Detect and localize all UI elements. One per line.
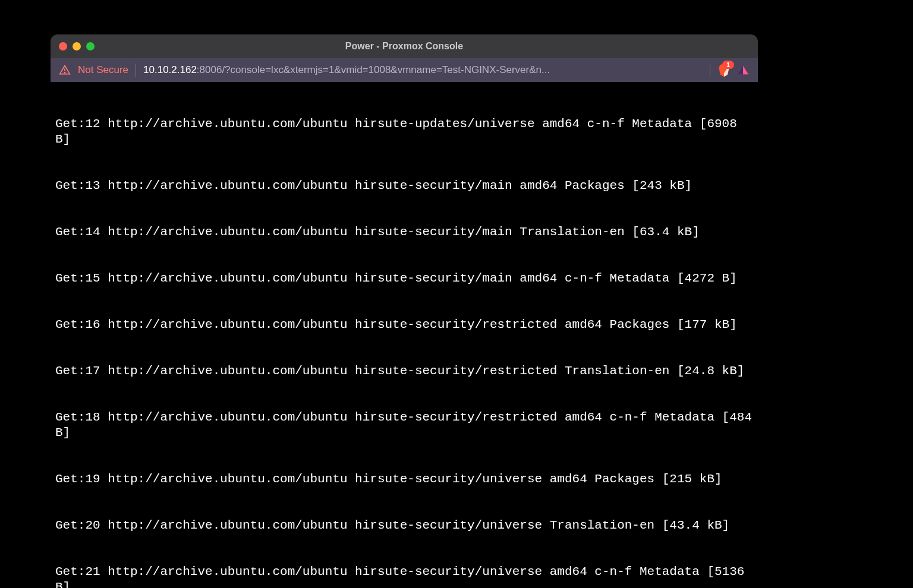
window-titlebar: Power - Proxmox Console bbox=[51, 34, 758, 58]
terminal-line: Get:21 http://archive.ubuntu.com/ubuntu … bbox=[55, 564, 753, 588]
url-path: :8006/?console=lxc&xtermjs=1&vmid=1008&v… bbox=[197, 64, 550, 75]
addressbar-divider-right bbox=[710, 64, 710, 77]
shield-badge: 1 bbox=[722, 61, 734, 69]
minimize-button[interactable] bbox=[73, 42, 81, 50]
not-secure-label[interactable]: Not Secure bbox=[78, 64, 128, 76]
terminal-line: Get:14 http://archive.ubuntu.com/ubuntu … bbox=[55, 225, 753, 240]
extension-triangle-icon[interactable] bbox=[736, 64, 750, 77]
address-bar: Not Secure 10.10.2.162:8006/?console=lxc… bbox=[51, 58, 758, 82]
terminal-line: Get:17 http://archive.ubuntu.com/ubuntu … bbox=[55, 363, 753, 379]
warning-icon bbox=[59, 64, 71, 76]
terminal-output[interactable]: Get:12 http://archive.ubuntu.com/ubuntu … bbox=[51, 82, 758, 588]
extension-icons: 1 bbox=[717, 63, 750, 77]
close-button[interactable] bbox=[59, 42, 67, 50]
maximize-button[interactable] bbox=[86, 42, 95, 50]
brave-shield-icon[interactable]: 1 bbox=[717, 63, 731, 77]
terminal-line: Get:19 http://archive.ubuntu.com/ubuntu … bbox=[55, 472, 753, 487]
url-display[interactable]: 10.10.2.162:8006/?console=lxc&xtermjs=1&… bbox=[143, 64, 703, 76]
svg-point-1 bbox=[64, 72, 65, 73]
terminal-line: Get:20 http://archive.ubuntu.com/ubuntu … bbox=[55, 518, 753, 533]
terminal-line: Get:12 http://archive.ubuntu.com/ubuntu … bbox=[55, 116, 753, 147]
browser-window: Power - Proxmox Console Not Secure 10.10… bbox=[51, 34, 758, 588]
traffic-lights bbox=[59, 42, 95, 50]
terminal-line: Get:13 http://archive.ubuntu.com/ubuntu … bbox=[55, 178, 753, 194]
url-host: 10.10.2.162 bbox=[143, 64, 197, 75]
terminal-line: Get:15 http://archive.ubuntu.com/ubuntu … bbox=[55, 271, 753, 286]
addressbar-divider bbox=[136, 64, 136, 77]
terminal-line: Get:18 http://archive.ubuntu.com/ubuntu … bbox=[55, 410, 753, 441]
window-title: Power - Proxmox Console bbox=[51, 41, 758, 52]
terminal-line: Get:16 http://archive.ubuntu.com/ubuntu … bbox=[55, 317, 753, 333]
